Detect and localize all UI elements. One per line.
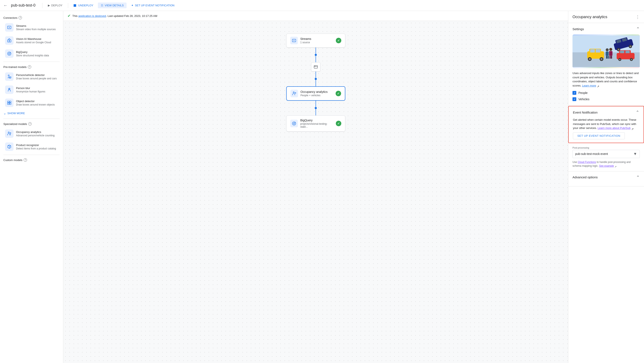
post-processing-section: Post-processing pub-sub-test-mock-event … (568, 143, 644, 171)
separator (42, 3, 42, 8)
post-processing-label: Post-processing (572, 146, 640, 149)
show-more-button[interactable]: ⌄ SHOW MORE (0, 110, 63, 117)
stop-icon (74, 4, 76, 7)
right-panel-header: Occupancy analytics ⋮ (568, 11, 644, 23)
settings-collapse-icon[interactable]: ⌃ (636, 26, 640, 32)
view-details-button[interactable]: ☷ VIEW DETAILS (98, 3, 126, 8)
connector1 (311, 48, 320, 86)
svg-point-51 (606, 48, 609, 51)
specialized-help-icon[interactable]: ? (28, 122, 32, 126)
flow-node-bigquery[interactable]: BigQuery projects/visionai-testing-stabl… (286, 115, 345, 132)
custom-help-icon[interactable]: ? (24, 158, 27, 162)
svg-point-55 (609, 48, 612, 51)
setup-event-notification-button[interactable]: SET UP EVENT NOTIFICATION (573, 132, 625, 139)
dot2 (315, 78, 317, 80)
event-notification-header: Event Notification ⌃ (573, 110, 639, 115)
chevron-down-icon: ⌄ (4, 111, 6, 115)
pretrained-section-title: Pre-trained models ? (0, 64, 63, 70)
cloud-functions-link[interactable]: Cloud Functions (578, 161, 596, 164)
pubsub-external-icon: ↗ (631, 127, 634, 130)
sidebar-item-person-vehicle[interactable]: Person/vehicle detector Draw boxes aroun… (2, 70, 62, 83)
svg-rect-57 (610, 56, 610, 59)
deployed-link[interactable]: application is deployed (78, 14, 106, 18)
svg-point-50 (631, 59, 632, 60)
svg-point-32 (589, 58, 591, 60)
event-collapse-icon[interactable]: ⌃ (636, 110, 639, 115)
svg-rect-30 (596, 49, 600, 53)
vehicles-checkbox[interactable] (572, 97, 576, 101)
settings-section: Settings ⌃ (568, 23, 644, 106)
select-arrow-icon: ▼ (633, 152, 637, 156)
sidebar: Connectors ? Streams Stream video from m… (0, 11, 63, 363)
learn-more-link[interactable]: Learn more (582, 84, 596, 87)
sidebar-item-occupancy[interactable]: Occupancy analytics Advanced person/vehi… (2, 127, 62, 140)
app-title: pub-sub-test-0 (11, 3, 36, 8)
cars-svg (572, 36, 640, 67)
undeploy-button[interactable]: UNDEPLOY (71, 3, 96, 8)
sidebar-item-object-detector[interactable]: Object detector Draw boxes around known … (2, 97, 62, 109)
post-processing-select[interactable]: pub-sub-test-mock-event ▼ (572, 150, 640, 158)
more-options-icon[interactable]: ⋮ (636, 14, 640, 20)
specialized-section-title: Specialized models ? (0, 121, 63, 127)
svg-rect-58 (611, 56, 612, 59)
sidebar-item-bigquery[interactable]: BigQuery Store structured insights data (2, 47, 62, 60)
event-description: Get alerted when certain model events oc… (573, 118, 639, 130)
advanced-collapse-icon[interactable]: ⌃ (636, 175, 640, 180)
streams-icon (5, 23, 14, 32)
topbar: ← pub-sub-test-0 ▶ DEPLOY UNDEPLOY ☷ VIE… (0, 0, 644, 11)
line2 (316, 72, 316, 78)
event-notification-panel: Event Notification ⌃ Get alerted when ce… (569, 106, 644, 143)
occupancy-check-icon (336, 91, 341, 96)
deploy-icon: ▶ (48, 4, 50, 7)
main-layout: Connectors ? Streams Stream video from m… (0, 11, 644, 363)
svg-point-5 (8, 75, 10, 76)
bigquery-check-icon (336, 121, 341, 126)
deploy-button[interactable]: ▶ DEPLOY (45, 3, 66, 8)
occupancy-icon (5, 129, 14, 138)
svg-point-24 (293, 123, 295, 124)
sidebar-item-product-recognizer[interactable]: Product recognizer Detect items from a p… (2, 140, 62, 153)
back-button[interactable]: ← (4, 3, 8, 8)
flow-node-streams[interactable]: Streams 1 source (286, 34, 345, 48)
svg-point-16 (10, 133, 11, 134)
divider1 (4, 62, 60, 62)
post-processing-select-row: pub-sub-test-mock-event ▼ (572, 150, 640, 158)
person-vehicle-icon (5, 72, 14, 81)
occupancy-check (336, 91, 341, 96)
svg-rect-56 (609, 51, 612, 56)
svg-rect-12 (10, 101, 11, 103)
pretrained-help-icon[interactable]: ? (28, 65, 31, 69)
svg-point-15 (8, 132, 10, 133)
svg-rect-45 (620, 51, 624, 53)
object-detector-icon (5, 99, 14, 107)
event-notification-section: Event Notification ⌃ Get alerted when ce… (568, 106, 644, 143)
bigquery-node-icon (290, 120, 298, 127)
post-processing-note: Use Cloud Functions to handle post-proce… (572, 160, 640, 168)
flow-container: Streams 1 source (63, 21, 568, 144)
right-panel: Occupancy analytics ⋮ Settings ⌃ (568, 11, 644, 363)
canvas[interactable]: Streams 1 source (63, 21, 568, 363)
vision-warehouse-icon (5, 36, 14, 45)
line1b (316, 56, 316, 62)
sidebar-item-streams[interactable]: Streams Stream video from multiple sourc… (2, 21, 62, 34)
see-example-link[interactable]: See example (599, 164, 614, 167)
sparkle-icon: ✦ (131, 4, 134, 7)
svg-point-2 (9, 41, 10, 41)
pubsub-link[interactable]: Learn more about Pub/Sub (598, 126, 630, 130)
svg-rect-53 (606, 56, 607, 59)
setup-event-button-topbar[interactable]: ✦ SET UP EVENT NOTIFICATION (128, 3, 178, 8)
svg-rect-54 (608, 56, 608, 59)
sidebar-item-vision-warehouse[interactable]: Vision AI Warehouse Assets stored on Goo… (2, 34, 62, 47)
streams-check (336, 38, 341, 43)
connectors-help-icon[interactable]: ? (18, 16, 22, 20)
settings-description: Uses advanced inputs like zones or lines… (572, 71, 640, 88)
person-blur-icon (5, 86, 14, 94)
people-checkbox[interactable] (572, 91, 576, 95)
status-icon: ✔ (68, 14, 71, 18)
svg-point-4 (8, 53, 10, 54)
sidebar-item-person-blur[interactable]: Person blur Anonymize human figures (2, 83, 62, 96)
intermediate-node[interactable] (311, 62, 320, 72)
flow-node-occupancy[interactable]: Occupancy analytics People + vehicles (286, 86, 345, 101)
analytics-illustration (572, 35, 640, 68)
connector2 (315, 101, 317, 115)
